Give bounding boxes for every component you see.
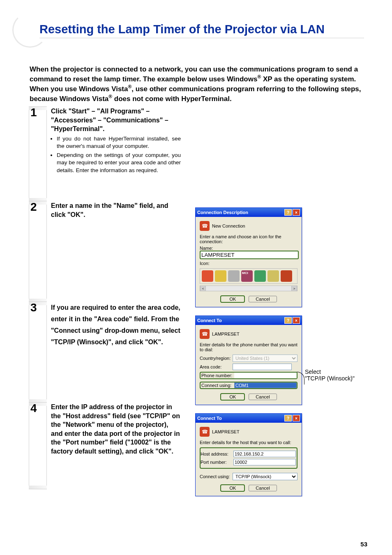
step-2: 2 Enter a name in the "Name" field, and … xyxy=(29,201,181,302)
close-icon[interactable]: × xyxy=(293,317,300,324)
step-bullet: If you do not have HyperTerminal install… xyxy=(57,135,181,150)
country-label: Country/region: xyxy=(200,356,233,361)
dialog-header-text: LAMPRESET xyxy=(212,429,240,434)
help-icon[interactable]: ? xyxy=(284,317,292,324)
country-select[interactable]: United States (1) xyxy=(233,355,297,362)
annotation-line1: Select xyxy=(305,368,355,375)
dialog-prompt: Enter a name and choose an icon for the … xyxy=(200,234,297,244)
step-instruction: If you are required to enter the area co… xyxy=(51,304,180,345)
connection-icon[interactable] xyxy=(254,270,266,282)
cancel-button[interactable]: Cancel xyxy=(249,485,277,491)
annotation-line2: "TCP/IP (Winsock)" xyxy=(305,375,355,382)
icon-scrollbar[interactable]: <> xyxy=(200,286,297,291)
step-gutter xyxy=(29,302,47,403)
page-title: Resetting the Lamp Timer of the Projecto… xyxy=(39,23,364,38)
connect-to-phone-dialog: Connect To ? × ☎ LAMPRESET Enter details… xyxy=(195,315,302,405)
step-gutter xyxy=(29,403,47,489)
connect-using-label: Connect using: xyxy=(201,383,234,388)
connect-using-select[interactable]: COM1 xyxy=(234,382,297,388)
cancel-button[interactable]: Cancel xyxy=(249,394,277,400)
ok-button[interactable]: OK xyxy=(220,484,245,492)
connection-icon[interactable] xyxy=(202,270,213,282)
connect-using-select[interactable]: TCP/IP (Winsock) xyxy=(233,473,297,480)
icon-picker[interactable] xyxy=(200,268,297,284)
page-number: 53 xyxy=(360,541,367,548)
phone-icon: ☎ xyxy=(200,221,210,231)
step-number: 1 xyxy=(30,106,37,119)
connection-icon[interactable] xyxy=(281,270,292,282)
connect-using-value: COM1 xyxy=(235,383,249,388)
dialog-header-text: New Connection xyxy=(212,223,245,228)
step-4: 4 Enter the IP address of the projector … xyxy=(29,403,181,489)
port-number-input[interactable] xyxy=(233,459,296,465)
host-address-label: Host address: xyxy=(201,451,233,456)
connect-using-label: Connect using: xyxy=(200,474,233,479)
name-label: Name: xyxy=(200,246,297,251)
cancel-button[interactable]: Cancel xyxy=(249,296,277,302)
step-number: 3 xyxy=(30,301,37,314)
step-instruction: Click "Start" – "All Programs" – "Access… xyxy=(51,108,168,132)
area-code-input[interactable] xyxy=(233,364,292,370)
connection-description-dialog: Connection Description ? × ☎ New Connect… xyxy=(195,207,302,307)
intro-paragraph: When the projector is connected to a net… xyxy=(30,65,367,103)
phone-icon: ☎ xyxy=(200,427,210,437)
dialog-prompt: Enter details for the host that you want… xyxy=(200,440,297,445)
help-icon[interactable]: ? xyxy=(284,209,292,216)
step-instruction: Enter a name in the "Name" field, and cl… xyxy=(51,202,168,218)
ok-button[interactable]: OK xyxy=(220,393,245,401)
step-3: 3 If you are required to enter the area … xyxy=(29,302,181,403)
ok-button[interactable]: OK xyxy=(220,295,245,303)
icon-label: Icon: xyxy=(200,261,297,266)
dialog-titlebar: Connect To ? × xyxy=(196,316,302,325)
close-icon[interactable]: × xyxy=(293,209,300,216)
registered-mark: ® xyxy=(257,74,261,80)
annotation-connector xyxy=(297,372,304,385)
step-1: 1 Click "Start" – "All Programs" – "Acce… xyxy=(29,107,181,201)
intro-text-4: does not come with HyperTerminal. xyxy=(112,94,232,102)
dialog-title-text: Connect To xyxy=(197,416,222,421)
area-code-label: Area code: xyxy=(200,364,233,369)
phone-number-input[interactable] xyxy=(234,373,297,378)
connection-icon[interactable] xyxy=(215,270,226,282)
registered-mark: ® xyxy=(108,94,112,99)
dialog-titlebar: Connect To ? × xyxy=(196,414,302,423)
dialog-title-text: Connection Description xyxy=(197,210,248,215)
help-icon[interactable]: ? xyxy=(284,415,292,421)
connection-icon[interactable] xyxy=(267,270,279,282)
connect-to-host-dialog: Connect To ? × ☎ LAMPRESET Enter details… xyxy=(195,413,302,496)
port-number-label: Port number: xyxy=(201,460,233,465)
step-bullet: Depending on the settings of your comput… xyxy=(57,152,181,174)
phone-icon: ☎ xyxy=(200,329,210,339)
connection-icon[interactable] xyxy=(228,270,240,282)
dialog-titlebar: Connection Description ? × xyxy=(196,208,302,217)
host-address-input[interactable] xyxy=(233,451,296,457)
step-gutter xyxy=(29,201,47,302)
step-gutter xyxy=(29,107,47,201)
step-number: 4 xyxy=(30,402,37,415)
annotation-callout: Select "TCP/IP (Winsock)" xyxy=(305,368,355,382)
registered-mark: ® xyxy=(128,84,131,90)
dialog-header-text: LAMPRESET xyxy=(212,332,240,336)
connection-icon[interactable] xyxy=(241,270,253,282)
dialog-title-text: Connect To xyxy=(197,318,222,323)
step-number: 2 xyxy=(30,200,37,214)
phone-number-label: Phone number: xyxy=(201,373,234,378)
close-icon[interactable]: × xyxy=(293,415,300,421)
name-input[interactable] xyxy=(200,251,299,259)
step-instruction: Enter the IP address of the projector in… xyxy=(51,403,180,455)
dialog-prompt: Enter details for the phone number that … xyxy=(200,342,297,352)
